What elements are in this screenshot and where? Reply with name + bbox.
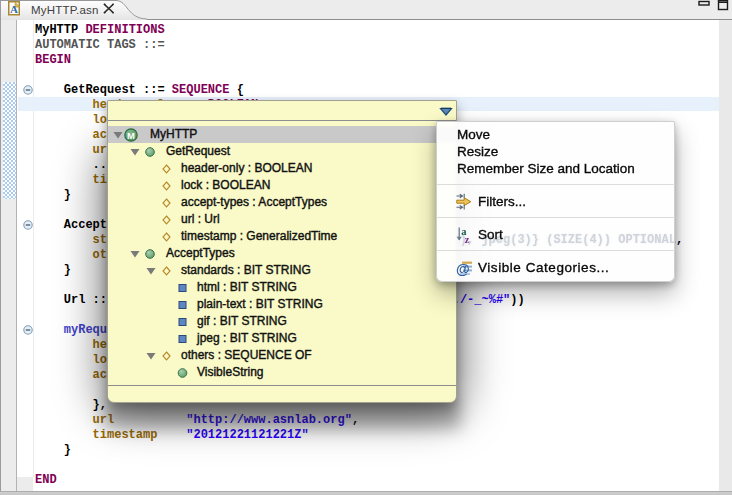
svg-text:@: @	[456, 261, 470, 277]
svg-text:z: z	[465, 234, 470, 245]
svg-text:A: A	[10, 3, 18, 15]
svg-text:M: M	[127, 130, 135, 141]
